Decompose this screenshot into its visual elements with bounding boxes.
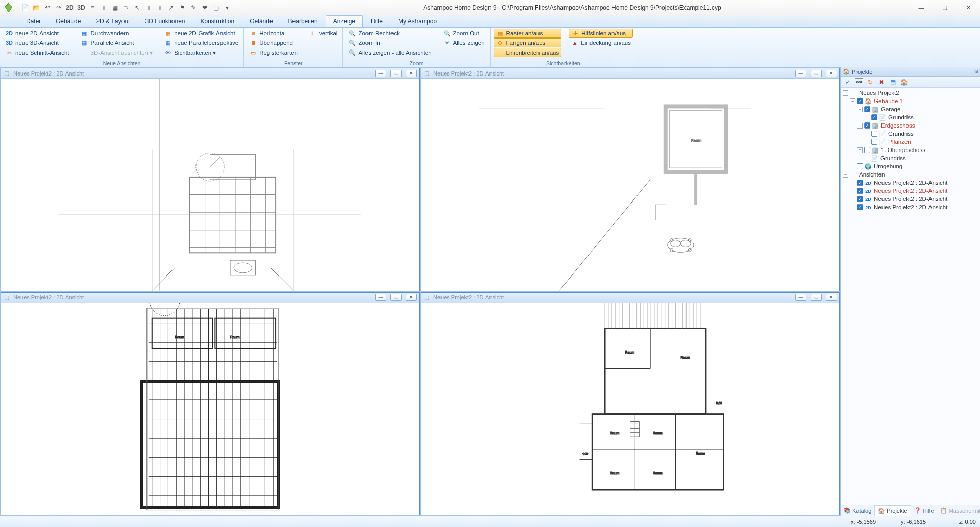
ribbon-btn-neue-2d-grafik-ansicht[interactable]: ▦neue 2D-Grafik-Ansicht [162, 29, 240, 38]
menu-tab-2d-layout[interactable]: 2D & Layout [88, 15, 137, 27]
qat-more-icon[interactable]: ▾ [223, 3, 232, 12]
view-max-button[interactable]: ▭ [390, 70, 402, 77]
ribbon-btn-neue-schnitt-ansicht[interactable]: ✂neue Schnitt-Ansicht [3, 48, 71, 57]
menu-tab-bearbeiten[interactable]: Bearbeiten [281, 15, 326, 27]
qat-arrow2-icon[interactable]: ↗ [166, 3, 176, 12]
view-canvas[interactable] [1, 79, 419, 291]
view-min-button[interactable]: — [375, 70, 386, 77]
ribbon-btn-neue-3d-ansicht[interactable]: 3Dneue 3D-Ansicht [3, 38, 71, 47]
tree-checkbox[interactable]: ✓ [871, 114, 877, 120]
qat-open-icon[interactable]: 📂 [32, 3, 41, 12]
view-close-button[interactable]: ✕ [826, 294, 837, 301]
tree-checkbox[interactable]: ✓ [864, 106, 870, 112]
ribbon-btn-fangen-an-aus[interactable]: ⊕Fangen an/aus [494, 38, 562, 47]
ribbon-btn-alles-zeigen[interactable]: ✳Alles zeigen [441, 38, 487, 47]
view-canvas[interactable]: Raum Raum [1, 303, 419, 515]
view-max-button[interactable]: ▭ [811, 294, 822, 301]
sidebar-tab-hilfe[interactable]: ❓Hilfe [911, 505, 937, 516]
menu-tab-hilfe[interactable]: Hilfe [363, 15, 390, 27]
tree-node[interactable]: ✓📄Grundriss [841, 113, 980, 121]
project-tree[interactable]: −Neues Projekt2−✓🏠Gebäude 1−✓🏢Garage✓📄Gr… [841, 88, 980, 505]
tree-expander[interactable]: − [843, 90, 848, 96]
maximize-button[interactable]: ▢ [933, 0, 957, 15]
minimize-button[interactable]: — [910, 0, 933, 15]
tree-node[interactable]: 📄Grundriss [841, 154, 980, 162]
qat-page-icon[interactable]: ▢ [211, 3, 220, 12]
qat-bars1-icon[interactable]: ⦀ [144, 3, 153, 12]
pin-icon[interactable]: ⇲ [974, 69, 978, 74]
qat-magnet-icon[interactable]: ⊃ [121, 3, 131, 12]
ribbon-btn-neue-2d-ansicht[interactable]: 2Dneue 2D-Ansicht [3, 29, 71, 38]
ribbon-btn-vertikal[interactable]: ⦀vertikal [307, 29, 339, 38]
tree-node[interactable]: 📄Pflanzen [841, 138, 980, 146]
tree-checkbox[interactable] [871, 139, 877, 145]
view-pane-0[interactable]: ▢ Neues Projekt2 : 2D-Ansicht — ▭ ✕ [1, 68, 420, 291]
tree-checkbox[interactable]: ✓ [857, 196, 863, 202]
ribbon-btn-zoom-in[interactable]: 🔍Zoom In [346, 38, 433, 47]
menu-tab-3d-funktionen[interactable]: 3D Funktionen [137, 15, 192, 27]
tree-checkbox[interactable]: ✓ [864, 122, 870, 129]
qat-tabs-icon[interactable]: ▦ [110, 3, 119, 12]
menu-tab-my-ashampoo[interactable]: My Ashampoo [390, 15, 445, 27]
view-max-button[interactable]: ▭ [390, 294, 402, 301]
tree-node[interactable]: ✓2DNeues Projekt2 : 2D-Ansicht [841, 179, 980, 187]
ribbon-btn-zoom-out[interactable]: 🔍Zoom Out [441, 29, 487, 38]
ribbon-btn-registerkarten[interactable]: ▭Registerkarten [247, 48, 300, 57]
qat-2d-icon[interactable]: 2D [65, 3, 75, 12]
ribbon-btn-alles-zeigen-alle-ansichten[interactable]: 🔍Alles zeigen - alle Ansichten [346, 48, 433, 57]
ribbon-btn-linienbreiten-an-aus[interactable]: ≡Linienbreiten an/aus [494, 48, 562, 57]
tree-checkbox[interactable]: ✓ [857, 98, 863, 104]
tool-home-icon[interactable]: 🏠 [900, 78, 908, 86]
view-pane-1[interactable]: ▢ Neues Projekt2 : 2D-Ansicht — ▭ ✕ Raum [421, 68, 840, 291]
tree-node[interactable]: ✓2DNeues Projekt2 : 2D-Ansicht [841, 195, 980, 203]
ribbon-btn-sichtbarkeiten-[interactable]: 👁Sichtbarkeiten ▾ [162, 48, 240, 57]
ribbon-btn-neue-parallelperspektive[interactable]: ▦neue Parallelperspektive [162, 38, 240, 47]
tree-node[interactable]: 📄Grundriss [841, 130, 980, 138]
qat-flag-icon[interactable]: ⚑ [178, 3, 187, 12]
tree-node[interactable]: ✓2DNeues Projekt2 : 2D-Ansicht [841, 203, 980, 211]
sidebar-tab-katalog[interactable]: 📚Katalog [841, 505, 874, 516]
view-close-button[interactable]: ✕ [406, 294, 417, 301]
tree-checkbox[interactable]: ✓ [857, 180, 863, 186]
ribbon-btn-hilfslinien-an-aus[interactable]: ✚Hilfslinien an/aus [569, 29, 633, 38]
tree-node[interactable]: −✓🏢Erdgeschoss [841, 121, 980, 130]
ribbon-btn-parallele-ansicht[interactable]: ▦Parallele Ansicht [78, 38, 155, 47]
tree-expander[interactable]: − [857, 107, 863, 112]
tree-node[interactable]: −✓🏢Garage [841, 105, 980, 113]
view-min-button[interactable]: — [795, 70, 806, 77]
close-button[interactable]: ✕ [957, 0, 980, 15]
tree-node[interactable]: −Ansichten [841, 170, 980, 179]
view-pane-2[interactable]: ▢ Neues Projekt2 : 2D-Ansicht — ▭ ✕ Raum… [1, 292, 420, 516]
tree-node[interactable]: −Neues Projekt2 [841, 89, 980, 97]
tree-expander[interactable]: − [843, 172, 848, 178]
ribbon-btn-zoom-rechteck[interactable]: 🔍Zoom Rechteck [346, 29, 433, 38]
qat-bars2-icon[interactable]: ⦀ [155, 3, 164, 12]
ribbon-btn-durchwandern[interactable]: ▦Durchwandern [78, 29, 155, 38]
menu-tab-geb-ude[interactable]: Gebäude [48, 15, 88, 27]
tree-checkbox[interactable] [864, 147, 870, 153]
tree-node[interactable]: +🏢1. Obergeschoss [841, 146, 980, 154]
tool-rename-icon[interactable]: abl [855, 78, 863, 86]
qat-undo-icon[interactable]: ↶ [43, 3, 52, 12]
ribbon-btn-eindeckung-an-aus[interactable]: ▲Eindeckung an/aus [569, 38, 633, 47]
qat-new-icon[interactable]: 📄 [20, 3, 30, 12]
qat-pencil-icon[interactable]: ✎ [189, 3, 198, 12]
menu-tab-anzeige[interactable]: Anzeige [326, 15, 363, 27]
ribbon-btn-raster-an-aus[interactable]: ▦Raster an/aus [494, 29, 562, 38]
view-min-button[interactable]: — [795, 294, 806, 301]
tree-expander[interactable]: − [857, 123, 863, 129]
view-pane-3[interactable]: ▢ Neues Projekt2 : 2D-Ansicht — ▭ ✕ Raum… [421, 292, 840, 516]
tree-expander[interactable]: + [857, 147, 863, 153]
sidebar-tab-projekte[interactable]: 🏠Projekte [874, 505, 911, 516]
tool-delete-icon[interactable]: ✖ [877, 78, 886, 86]
qat-vert-icon[interactable]: ⦀ [99, 3, 108, 12]
ribbon-btn--berlappend[interactable]: ≣Überlappend [247, 38, 300, 47]
tree-checkbox[interactable] [857, 163, 863, 169]
ribbon-btn-horizontal[interactable]: ≡Horizontal [247, 29, 300, 38]
view-min-button[interactable]: — [375, 294, 386, 301]
tree-node[interactable]: 🌍Umgebung [841, 162, 980, 170]
qat-drop-icon[interactable]: ❤ [200, 3, 209, 12]
view-canvas[interactable]: Raum Raum Raum Raum Raum Raum Raum 4,00 … [421, 303, 839, 515]
tool-folder-icon[interactable]: ▤ [889, 78, 897, 86]
menu-tab-konstruktion[interactable]: Konstruktion [193, 15, 242, 27]
